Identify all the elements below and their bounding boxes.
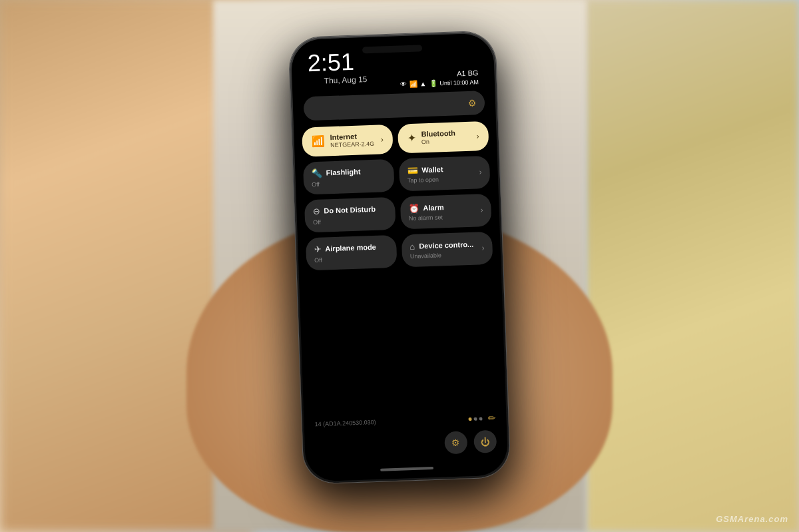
internet-tile-left: 📶 Internet NETGEAR-2.4G (311, 131, 374, 149)
airplane-subtitle: Off (314, 256, 322, 263)
wallet-subtitle: Tap to open (407, 176, 443, 184)
status-icons: 👁 📶 ▲ 🔋 Until 10:00 AM (400, 78, 479, 88)
dnd-header: ⊖ Do Not Disturb (312, 204, 376, 216)
bg-blur-right (586, 0, 799, 532)
alarm-icon: ⏰ (408, 203, 419, 214)
tile-row-4: ✈ Airplane mode Off ⌂ Device contro... (306, 231, 493, 270)
bluetooth-subtitle: On (421, 137, 456, 146)
signal-icon: ▲ (419, 80, 426, 87)
wifi-status-icon: 📶 (409, 80, 417, 87)
phone: 2:51 Thu, Aug 15 A1 BG 👁 📶 ▲ 🔋 Until 10:… (288, 31, 510, 483)
home-icon: ⌂ (409, 241, 415, 251)
bluetooth-icon: ✦ (407, 132, 416, 144)
edit-icon[interactable]: ✏ (487, 412, 496, 423)
bluetooth-label-group: Bluetooth On (421, 129, 455, 146)
airplane-title: Airplane mode (325, 243, 376, 253)
bottom-actions: ⚙ ⏻ (315, 427, 497, 461)
wallet-chevron: › (479, 167, 481, 176)
wifi-icon: 📶 (312, 134, 326, 148)
bluetooth-chevron: › (476, 131, 479, 140)
airplane-tile[interactable]: ✈ Airplane mode Off (306, 234, 398, 270)
phone-outer: 2:51 Thu, Aug 15 A1 BG 👁 📶 ▲ 🔋 Until 10:… (288, 31, 510, 483)
wallet-title: Wallet (421, 165, 443, 174)
flashlight-icon: 🔦 (311, 168, 322, 178)
alarm-left: ⏰ Alarm No alarm set (408, 202, 444, 222)
alarm-subtitle: No alarm set (409, 214, 445, 222)
alarm-title: Alarm (423, 203, 444, 212)
build-info: 14 (AD1A.240530.030) ✏ (314, 412, 495, 429)
alarm-tile[interactable]: ⏰ Alarm No alarm set › (400, 193, 492, 229)
time-display: 2:51 Thu, Aug 15 (307, 49, 384, 91)
status-bar: 2:51 Thu, Aug 15 A1 BG 👁 📶 ▲ 🔋 Until 10:… (291, 33, 495, 95)
phone-inner: 2:51 Thu, Aug 15 A1 BG 👁 📶 ▲ 🔋 Until 10:… (291, 33, 509, 481)
internet-label-group: Internet NETGEAR-2.4G (330, 131, 374, 148)
internet-chevron: › (381, 134, 384, 144)
dnd-subtitle: Off (313, 218, 321, 225)
phone-screen: 2:51 Thu, Aug 15 A1 BG 👁 📶 ▲ 🔋 Until 10:… (291, 33, 509, 481)
flashlight-header: 🔦 Flashlight (311, 166, 360, 178)
airplane-icon: ✈ (314, 244, 322, 254)
wallet-icon: 💳 (407, 165, 418, 176)
quick-settings-tiles: 📶 Internet NETGEAR-2.4G › ✦ (294, 121, 506, 413)
wallet-tile[interactable]: 💳 Wallet Tap to open › (399, 155, 491, 191)
device-controls-left: ⌂ Device contro... Unavailable (409, 239, 474, 259)
page-dots (468, 416, 482, 420)
settings-icon: ⚙ (451, 437, 461, 447)
bluetooth-tile[interactable]: ✦ Bluetooth On › (398, 121, 489, 153)
home-bar (380, 467, 433, 471)
dot-3 (479, 416, 482, 419)
dot-2 (473, 417, 477, 420)
device-controls-title: Device contro... (419, 240, 473, 250)
flashlight-tile[interactable]: 🔦 Flashlight Off (303, 158, 395, 194)
internet-subtitle: NETGEAR-2.4G (330, 140, 374, 149)
dnd-tile[interactable]: ⊖ Do Not Disturb Off (304, 196, 396, 232)
power-button[interactable]: ⏻ (473, 429, 497, 453)
settings-button[interactable]: ⚙ (444, 431, 467, 454)
tile-row-1: 📶 Internet NETGEAR-2.4G › ✦ (302, 121, 489, 156)
build-text: 14 (AD1A.240530.030) (314, 418, 376, 427)
alarm-chevron: › (480, 205, 483, 214)
wallet-left: 💳 Wallet Tap to open (407, 164, 443, 184)
battery-icon: 🔋 (429, 79, 437, 87)
search-bar[interactable]: ⚙ (303, 91, 485, 121)
status-right: A1 BG 👁 📶 ▲ 🔋 Until 10:00 AM (400, 69, 479, 88)
tile-row-2: 🔦 Flashlight Off 💳 Wallet (303, 155, 491, 194)
bluetooth-tile-left: ✦ Bluetooth On (407, 129, 455, 146)
bottom-section: 14 (AD1A.240530.030) ✏ ⚙ (304, 407, 508, 466)
carrier: A1 BG (457, 69, 479, 77)
watermark: GSMArena.com (716, 514, 788, 524)
dnd-icon: ⊖ (312, 206, 320, 216)
alarm-header: ⏰ Alarm (408, 202, 444, 214)
device-controls-subtitle: Unavailable (410, 250, 474, 259)
power-icon: ⏻ (480, 436, 490, 447)
bluetooth-title: Bluetooth (421, 129, 455, 138)
eye-icon: 👁 (400, 81, 406, 88)
internet-tile[interactable]: 📶 Internet NETGEAR-2.4G › (302, 124, 393, 156)
device-controls-header: ⌂ Device contro... (409, 239, 473, 251)
tile-row-3: ⊖ Do Not Disturb Off ⏰ Alarm (304, 193, 492, 232)
wallet-header: 💳 Wallet (407, 164, 443, 176)
search-settings-icon[interactable]: ⚙ (468, 97, 477, 108)
dot-1 (468, 417, 471, 420)
device-controls-tile[interactable]: ⌂ Device contro... Unavailable › (401, 231, 493, 267)
flashlight-title: Flashlight (326, 168, 360, 177)
airplane-header: ✈ Airplane mode (314, 242, 376, 254)
dnd-title: Do Not Disturb (324, 205, 376, 215)
dnd-time: Until 10:00 AM (439, 78, 479, 86)
device-controls-chevron: › (481, 243, 484, 252)
flashlight-subtitle: Off (312, 180, 320, 187)
